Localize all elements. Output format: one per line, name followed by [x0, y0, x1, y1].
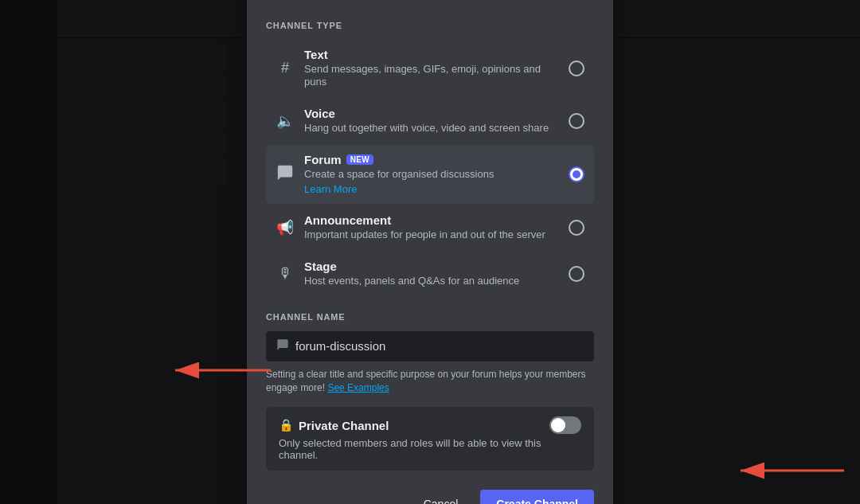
modal-title: Create Channel — [266, 0, 383, 4]
voice-radio[interactable] — [569, 113, 584, 129]
voice-option-desc: Hang out together with voice, video and … — [304, 122, 559, 135]
private-channel-title: 🔒 Private Channel — [279, 418, 389, 432]
private-channel-section: 🔒 Private Channel Only selected members … — [266, 407, 594, 471]
channel-name-label: CHANNEL NAME — [266, 312, 594, 322]
private-channel-header: 🔒 Private Channel — [279, 416, 581, 434]
channel-name-input-wrap — [266, 331, 594, 361]
private-channel-desc: Only selected members and roles will be … — [279, 437, 581, 461]
stage-option-info: Stage Host events, panels and Q&As for a… — [304, 260, 559, 288]
channel-option-voice[interactable]: 🔈 Voice Hang out together with voice, vi… — [266, 99, 594, 143]
channel-type-options: # Text Send messages, images, GIFs, emoj… — [266, 40, 594, 296]
text-option-desc: Send messages, images, GIFs, emoji, opin… — [304, 63, 559, 90]
announcement-radio[interactable] — [569, 220, 584, 236]
stage-radio[interactable] — [569, 266, 584, 282]
voice-channel-icon: 🔈 — [276, 112, 295, 130]
toggle-knob — [551, 418, 565, 432]
stage-option-name: Stage — [304, 260, 559, 273]
create-channel-modal: Create Channel × CHANNEL TYPE # Text Sen… — [247, 0, 613, 504]
create-channel-button[interactable]: Create Channel — [480, 490, 594, 504]
channel-option-stage[interactable]: 🎙 Stage Host events, panels and Q&As for… — [266, 252, 594, 296]
cancel-button[interactable]: Cancel — [411, 490, 471, 504]
lock-icon: 🔒 — [279, 418, 294, 432]
channel-name-input[interactable] — [295, 339, 584, 353]
stage-channel-icon: 🎙 — [276, 265, 295, 282]
announcement-option-info: Announcement Important updates for peopl… — [304, 213, 559, 242]
modal-header: Create Channel × — [266, 0, 594, 5]
close-button[interactable]: × — [581, 0, 594, 5]
channel-input-icon — [276, 338, 289, 354]
channel-option-forum[interactable]: Forum NEW Create a space for organised d… — [266, 145, 594, 204]
modal-overlay: Create Channel × CHANNEL TYPE # Text Sen… — [0, 0, 860, 504]
announcement-option-name: Announcement — [304, 213, 559, 227]
channel-type-label: CHANNEL TYPE — [266, 21, 594, 30]
text-channel-icon: # — [276, 60, 295, 76]
forum-channel-icon — [276, 164, 295, 186]
text-radio[interactable] — [569, 61, 584, 76]
channel-option-announcement[interactable]: 📢 Announcement Important updates for peo… — [266, 205, 594, 250]
forum-option-name: Forum NEW — [304, 153, 559, 166]
modal-footer: Cancel Create Channel — [266, 490, 594, 504]
channel-name-hint: Setting a clear title and specific purpo… — [266, 368, 594, 395]
voice-option-info: Voice Hang out together with voice, vide… — [304, 107, 559, 135]
channel-name-section: CHANNEL NAME Setting a clear title and s… — [266, 312, 594, 395]
text-option-name: Text — [304, 48, 559, 61]
new-badge: NEW — [346, 154, 373, 165]
private-channel-toggle[interactable] — [549, 416, 581, 434]
text-option-info: Text Send messages, images, GIFs, emoji,… — [304, 48, 559, 90]
stage-option-desc: Host events, panels and Q&As for an audi… — [304, 275, 559, 288]
forum-option-desc: Create a space for organised discussions — [304, 168, 559, 182]
announcement-option-desc: Important updates for people in and out … — [304, 229, 559, 242]
voice-option-name: Voice — [304, 107, 559, 120]
see-examples-link[interactable]: See Examples — [327, 382, 389, 393]
forum-radio[interactable] — [569, 166, 584, 182]
forum-option-info: Forum NEW Create a space for organised d… — [304, 153, 559, 196]
announcement-channel-icon: 📢 — [276, 219, 295, 236]
learn-more-link[interactable]: Learn More — [304, 183, 357, 195]
channel-option-text[interactable]: # Text Send messages, images, GIFs, emoj… — [266, 40, 594, 98]
